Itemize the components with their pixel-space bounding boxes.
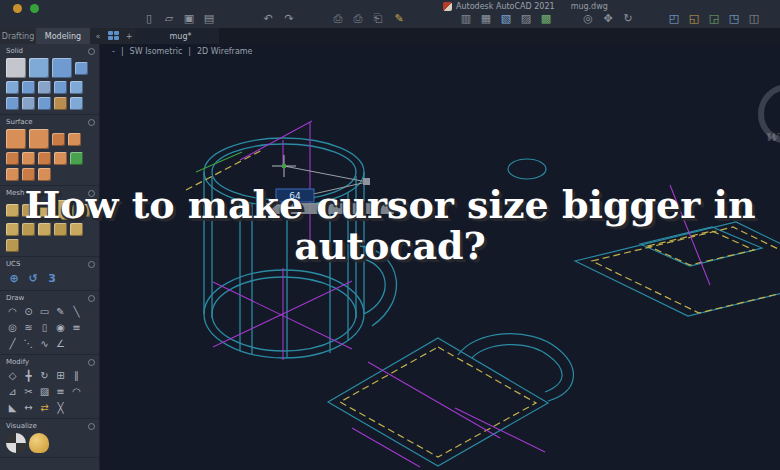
undo-icon[interactable]: ↶ (260, 12, 276, 26)
extrude-tool-icon[interactable] (70, 81, 83, 94)
torus-tool-icon[interactable] (54, 81, 67, 94)
stretch-tool-icon[interactable]: ↔ (22, 401, 35, 414)
zoom-traffic-light[interactable] (30, 4, 39, 13)
point-tool-icon[interactable]: ⋱ (22, 337, 35, 350)
surface-plane-tool-icon[interactable] (6, 129, 26, 149)
markup-import-icon[interactable]: ◰ (666, 12, 682, 26)
match-properties-icon[interactable]: ▧ (498, 12, 514, 26)
paste-icon[interactable]: ▦ (478, 12, 494, 26)
loft-tool-icon[interactable] (38, 97, 51, 110)
section-options-icon[interactable] (88, 295, 95, 302)
section-options-icon[interactable] (88, 359, 95, 366)
light-tool-icon[interactable] (29, 433, 49, 453)
redo-icon[interactable]: ↷ (281, 12, 297, 26)
polysolid-tool-icon[interactable] (52, 58, 72, 78)
layers-icon[interactable]: ▨ (518, 12, 534, 26)
tab-modeling[interactable]: Modeling (36, 28, 90, 44)
save-icon[interactable]: ▣ (181, 12, 197, 26)
sync-icon[interactable]: ◳ (726, 12, 742, 26)
markup-assist-icon[interactable]: ◱ (686, 12, 702, 26)
viewport-minimize-control[interactable]: - (112, 47, 115, 56)
cylinder-tool-icon[interactable] (75, 62, 88, 75)
surface-sculpt-tool-icon[interactable] (38, 168, 51, 181)
trim-tool-icon[interactable]: ✂ (22, 385, 35, 398)
ellipse-tool-icon[interactable]: ◎ (6, 321, 19, 334)
chamfer-tool-icon[interactable]: ◣ (6, 401, 19, 414)
revolve-tool-icon[interactable] (6, 97, 19, 110)
revision-cloud-tool-icon[interactable]: ≋ (22, 321, 35, 334)
explode-tool-icon[interactable]: ╳ (54, 401, 67, 414)
surface-extrude-tool-icon[interactable] (6, 152, 19, 165)
surface-blend-tool-icon[interactable] (54, 152, 67, 165)
new-drawing-tab-button[interactable]: + (123, 28, 135, 44)
section-options-icon[interactable] (88, 423, 95, 430)
render-tool-icon[interactable] (6, 433, 26, 453)
xline-tool-icon[interactable]: ╱ (6, 337, 19, 350)
properties-icon[interactable]: ▩ (538, 12, 554, 26)
plot-icon[interactable]: ✎ (391, 12, 407, 26)
arc-tool-icon[interactable]: ◠ (6, 305, 19, 318)
zoom-window-icon[interactable]: ◎ (580, 12, 596, 26)
ucs-x-icon[interactable]: ↺ (25, 271, 41, 286)
layout-grid-icon[interactable] (108, 31, 121, 41)
batch-plot-icon[interactable]: ⎗ (370, 12, 386, 26)
viewport-style-control[interactable]: 2D Wireframe (197, 47, 253, 56)
ucs-world-icon[interactable]: ⊕ (6, 271, 22, 286)
section-options-icon[interactable] (88, 119, 95, 126)
surface-offset-tool-icon[interactable] (38, 152, 51, 165)
circle-tool-icon[interactable]: ⊙ (22, 305, 35, 318)
sketch-tool-icon[interactable]: ✎ (54, 305, 67, 318)
swap-tool-icon[interactable]: ⇄ (38, 401, 51, 414)
print-icon[interactable]: ⎙ (330, 12, 346, 26)
save-as-icon[interactable]: ▤ (201, 12, 217, 26)
rotate-tool-icon[interactable]: ↻ (38, 369, 51, 382)
orbit-icon[interactable]: ↻ (620, 12, 636, 26)
region-tool-icon[interactable]: ▯ (38, 321, 51, 334)
new-file-icon[interactable]: ▯ (141, 12, 157, 26)
line-tool-icon[interactable]: ╲ (70, 305, 83, 318)
surface-fillet-tool-icon[interactable] (70, 152, 83, 165)
array-tool-icon[interactable]: ⊞ (54, 369, 67, 382)
palette-section-draw: Draw◠⊙▭✎╲◎≋▯◉≡╱⋱∿∠ (0, 291, 99, 355)
presspull-tool-icon[interactable] (54, 97, 67, 110)
section-options-icon[interactable] (88, 48, 95, 55)
surface-extend-tool-icon[interactable] (22, 168, 35, 181)
rectangle-tool-icon[interactable]: ▭ (38, 305, 51, 318)
cone-tool-icon[interactable] (6, 81, 19, 94)
spline-tool-icon[interactable]: ∿ (38, 337, 51, 350)
multiline-tool-icon[interactable]: ≡ (70, 321, 83, 334)
export-pdf-icon[interactable]: ◫ (746, 12, 762, 26)
move-tool-icon[interactable]: ╋ (22, 369, 35, 382)
ucs-3point-icon[interactable]: 3 (44, 271, 60, 286)
print-preview-icon[interactable]: ⎙ (350, 12, 366, 26)
surface-trim-tool-icon[interactable] (6, 168, 19, 181)
scale-tool-icon[interactable]: ⊿ (6, 385, 19, 398)
3d-move-tool-icon[interactable]: ◇ (6, 369, 19, 382)
pan-icon[interactable]: ✥ (600, 12, 616, 26)
overlay-title-line1: How to make cursor size bigger in (0, 184, 780, 225)
surface-patch-tool-icon[interactable] (22, 152, 35, 165)
box-tool-icon[interactable] (6, 58, 26, 78)
sphere-tool-icon[interactable] (22, 81, 35, 94)
fillet-tool-icon[interactable]: ◠ (70, 385, 83, 398)
pyramid-tool-icon[interactable] (38, 81, 51, 94)
slice-tool-icon[interactable] (70, 97, 83, 110)
minimize-traffic-light[interactable] (13, 4, 22, 13)
surface-network-tool-icon[interactable] (29, 129, 49, 149)
collapse-palette-icon[interactable]: « (90, 28, 106, 44)
viewport-view-control[interactable]: SW Isometric (130, 47, 183, 56)
wedge-tool-icon[interactable] (29, 58, 49, 78)
copy-clip-icon[interactable]: ▥ (458, 12, 474, 26)
erase-tool-icon[interactable]: ▨ (38, 385, 51, 398)
tab-drafting[interactable]: Drafting (0, 28, 36, 44)
donut-tool-icon[interactable]: ◉ (54, 321, 67, 334)
surface-loft-tool-icon[interactable] (52, 133, 65, 146)
polyline-tool-icon[interactable]: ∠ (54, 337, 67, 350)
offset-tool-icon[interactable]: ≡ (54, 385, 67, 398)
mirror-tool-icon[interactable]: ∥ (70, 369, 83, 382)
open-file-icon[interactable]: ▱ (161, 12, 177, 26)
share-icon[interactable]: ◲ (706, 12, 722, 26)
surface-sweep-tool-icon[interactable] (68, 133, 81, 146)
file-tab-mug[interactable]: mug* (135, 28, 219, 44)
sweep-tool-icon[interactable] (22, 97, 35, 110)
